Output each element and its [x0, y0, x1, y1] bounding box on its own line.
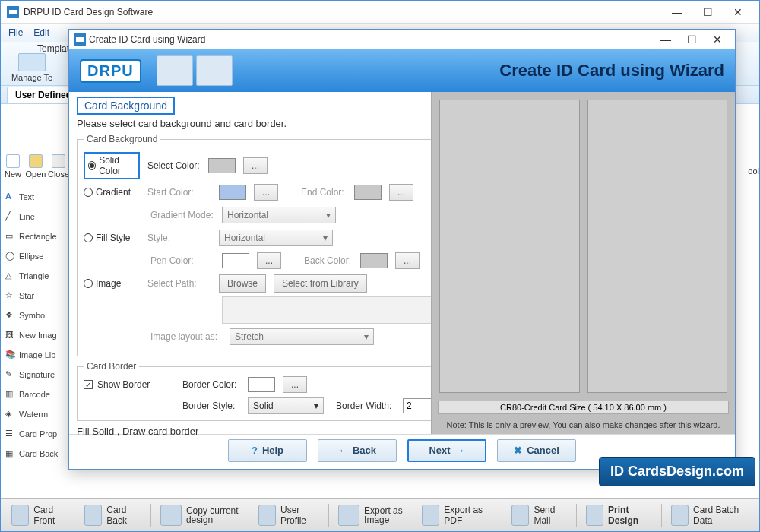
radio-gradient[interactable]: Gradient [84, 187, 140, 198]
sidebar-item-signature[interactable]: ✎Signature [2, 366, 72, 384]
minimize-button[interactable]: — [662, 2, 692, 22]
show-border-checkbox[interactable]: ✓Show Border [84, 379, 175, 390]
wizard-body: Card Background Please select card backg… [69, 92, 735, 434]
new-button[interactable]: New [2, 154, 24, 179]
sidebar-item-card-properties[interactable]: ☰Card Prop [2, 425, 72, 443]
wizard-icon [74, 33, 86, 46]
wizard-maximize-button[interactable]: ☐ [679, 30, 705, 49]
watermark-icon: ◈ [5, 409, 16, 420]
start-color-more-button[interactable]: ... [254, 184, 278, 201]
end-color-more-button[interactable]: ... [389, 184, 413, 201]
bottom-toolbar: Card Front Card Back Copy current design… [1, 498, 759, 531]
divider [576, 504, 577, 527]
radio-image[interactable]: Image [84, 278, 140, 289]
user-icon [258, 505, 276, 526]
card-border-fieldset: Card Border ✓Show Border Border Color: .… [77, 361, 460, 421]
pen-color-swatch[interactable] [222, 253, 249, 268]
app-icon [7, 6, 19, 18]
border-width-label: Border Width: [336, 401, 395, 411]
radio-icon [88, 161, 96, 170]
back-color-swatch[interactable] [360, 253, 388, 268]
batch-icon [671, 505, 689, 526]
menu-file[interactable]: File [8, 27, 23, 38]
sidebar-item-image-library[interactable]: 📚Image Lib [2, 346, 72, 364]
wizard-titlebar: Create ID Card using Wizard — ☐ ✕ [69, 30, 735, 49]
sidebar-item-card-background[interactable]: ▦Card Back [2, 445, 72, 463]
select-from-library-button[interactable]: Select from Library [274, 274, 367, 293]
wizard-dialog: Create ID Card using Wizard — ☐ ✕ DRPU C… [68, 29, 736, 470]
print-design-button[interactable]: Print Design [580, 502, 658, 529]
back-color-more-button[interactable]: ... [395, 252, 420, 269]
border-style-label: Border Style: [182, 401, 240, 411]
svg-rect-1 [9, 10, 17, 14]
start-color-swatch[interactable] [219, 185, 246, 200]
solid-color-more-button[interactable]: ... [243, 157, 268, 174]
sidebar-item-star[interactable]: ☆Star [2, 287, 72, 305]
export-image-button[interactable]: Export as Image [332, 502, 413, 529]
border-color-label: Border Color: [182, 379, 240, 390]
section-subtitle: Please select card background and card b… [77, 118, 423, 129]
close-file-button[interactable]: Close [48, 154, 69, 179]
preview-cards [432, 92, 735, 401]
chevron-down-icon: ▾ [314, 401, 318, 411]
sidebar-item-watermark[interactable]: ◈Waterm [2, 405, 72, 423]
radio-solid-color[interactable]: Solid Color [84, 152, 140, 179]
sidebar: AText ╱Line ▭Rectangle ◯Ellipse △Triangl… [2, 188, 72, 463]
border-style-select[interactable]: Solid▾ [248, 397, 324, 414]
sidebar-item-line[interactable]: ╱Line [2, 207, 72, 226]
checkbox-icon: ✓ [84, 380, 93, 389]
sidebar-item-ellipse[interactable]: ◯Ellipse [2, 247, 72, 265]
pen-color-more-button[interactable]: ... [257, 252, 281, 269]
divider [249, 504, 249, 527]
svg-rect-3 [76, 37, 84, 42]
next-button[interactable]: Next→ [407, 439, 486, 462]
user-profile-button[interactable]: User Profile [252, 502, 326, 529]
menu-edit[interactable]: Edit [33, 27, 49, 38]
batch-data-button[interactable]: Card Batch Data [665, 502, 755, 529]
wizard-minimize-button[interactable]: — [653, 30, 679, 49]
text-icon: A [5, 192, 16, 202]
border-color-more-button[interactable]: ... [283, 376, 307, 393]
help-button[interactable]: ?Help [228, 439, 307, 462]
radio-icon [84, 279, 93, 288]
solid-color-swatch[interactable] [208, 158, 236, 173]
export-image-icon [338, 505, 359, 526]
cancel-button[interactable]: ✖Cancel [497, 439, 576, 462]
main-titlebar: DRPU ID Card Design Software — ☐ ✕ [1, 1, 759, 24]
background-icon: ▦ [5, 448, 16, 459]
image-layout-select[interactable]: Stretch▾ [230, 328, 374, 345]
manage-templates-button[interactable]: Manage Te [5, 53, 59, 82]
card-front-button[interactable]: Card Front [5, 502, 75, 529]
export-pdf-button[interactable]: Export as PDF [416, 502, 499, 529]
sidebar-item-symbol[interactable]: ❖Symbol [2, 306, 72, 325]
style-select[interactable]: Horizontal▾ [219, 230, 333, 246]
open-button[interactable]: Open [25, 154, 46, 179]
radio-icon [84, 233, 93, 242]
sidebar-item-text[interactable]: AText [2, 188, 72, 206]
sidebar-item-new-image[interactable]: 🖼New Imag [2, 326, 72, 344]
back-button[interactable]: ←Back [318, 439, 397, 462]
divider [328, 504, 329, 527]
gradient-mode-select[interactable]: Horizontal▾ [222, 207, 336, 223]
browse-button[interactable]: Browse [219, 274, 266, 293]
copy-design-button[interactable]: Copy current design [154, 502, 245, 529]
back-color-label: Back Color: [304, 255, 353, 266]
card-back-button[interactable]: Card Back [78, 502, 147, 529]
gradient-mode-label: Gradient Mode: [150, 210, 214, 220]
send-mail-button[interactable]: Send Mail [505, 502, 573, 529]
close-button[interactable]: ✕ [723, 2, 753, 22]
end-color-swatch[interactable] [354, 185, 382, 200]
wizard-title: Create ID Card using Wizard [89, 34, 653, 45]
border-width-input[interactable] [403, 398, 435, 413]
border-color-swatch[interactable] [248, 377, 275, 392]
window-controls: — ☐ ✕ [662, 2, 753, 22]
sidebar-item-barcode[interactable]: ▥Barcode [2, 385, 72, 404]
sidebar-item-triangle[interactable]: △Triangle [2, 267, 72, 285]
line-icon: ╱ [5, 211, 16, 222]
radio-fill-style[interactable]: Fill Style [84, 233, 140, 243]
maximize-button[interactable]: ☐ [692, 2, 723, 22]
sidebar-item-rectangle[interactable]: ▭Rectangle [2, 227, 72, 245]
card-front-icon [11, 505, 29, 526]
wizard-close-button[interactable]: ✕ [705, 30, 730, 49]
close-icon: ✖ [514, 445, 522, 456]
